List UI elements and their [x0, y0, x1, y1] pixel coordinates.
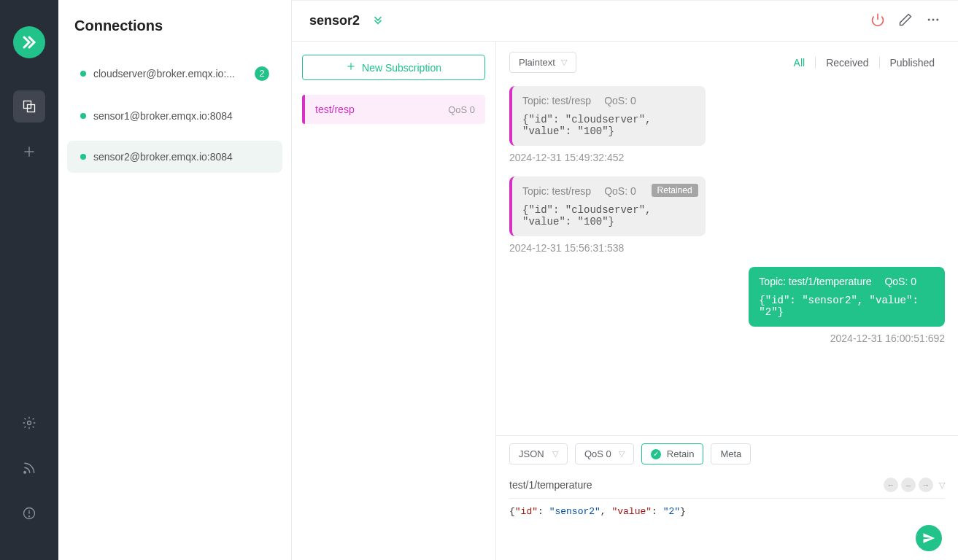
- filter-tab-published[interactable]: Published: [879, 57, 946, 69]
- connection-name: sensor2@broker.emqx.io:8084: [93, 151, 233, 163]
- messages-area: Plaintext ▽ All Received Published Topic…: [496, 42, 958, 560]
- connection-item[interactable]: sensor2@broker.emqx.io:8084: [67, 141, 282, 173]
- connection-item[interactable]: sensor1@broker.emqx.io:8084: [67, 100, 282, 132]
- chevron-down-icon[interactable]: ▽: [939, 481, 945, 490]
- subscription-item[interactable]: test/resp QoS 0: [302, 95, 485, 124]
- message-payload: {"id": "cloudserver", "value": "100"}: [522, 114, 695, 137]
- subscription-qos: QoS 0: [448, 104, 475, 115]
- message-timestamp: 2024-12-31 15:49:32:452: [509, 152, 706, 163]
- send-button[interactable]: [916, 525, 942, 551]
- retain-toggle[interactable]: ✓ Retain: [641, 443, 704, 464]
- publish-qos-select[interactable]: QoS 0 ▽: [575, 443, 634, 464]
- nav-connections-icon[interactable]: [13, 90, 45, 122]
- retained-badge: Retained: [652, 184, 698, 197]
- payload-format-label: Plaintext: [519, 57, 555, 68]
- app-logo: [13, 26, 45, 58]
- connections-title: Connections: [58, 18, 291, 52]
- history-next-icon[interactable]: →: [919, 478, 933, 492]
- status-dot-icon: [80, 71, 86, 77]
- publish-topic-input[interactable]: [509, 476, 884, 494]
- message-payload: {"id": "sensor2", "value": "2"}: [759, 295, 935, 318]
- message-payload: {"id": "cloudserver", "value": "100"}: [522, 204, 695, 228]
- nav-settings-icon[interactable]: [13, 407, 45, 439]
- publish-format-label: JSON: [519, 448, 544, 459]
- svg-point-4: [28, 421, 31, 425]
- disconnect-icon[interactable]: [870, 12, 885, 29]
- main-panel: sensor2: [292, 0, 958, 560]
- publish-panel: JSON ▽ QoS 0 ▽ ✓ Retain Meta: [496, 435, 958, 560]
- publish-payload-editor[interactable]: {"id": "sensor2", "value": "2"}: [509, 503, 945, 547]
- message-topic: Topic: test/1/temperature: [759, 276, 871, 287]
- connection-item[interactable]: cloudserver@broker.emqx.io:... 2: [67, 56, 282, 91]
- publish-qos-label: QoS 0: [584, 448, 611, 459]
- message-timestamp: 2024-12-31 16:00:51:692: [749, 332, 945, 344]
- edit-icon[interactable]: [898, 12, 913, 29]
- history-stop-icon[interactable]: –: [901, 478, 916, 492]
- expand-down-icon[interactable]: [371, 13, 385, 28]
- message-bubble: Topic: test/respQoS: 0Retained{"id": "cl…: [509, 176, 706, 236]
- nav-feed-icon[interactable]: [13, 452, 45, 484]
- subscription-topic: test/resp: [315, 104, 355, 115]
- message-item[interactable]: Topic: test/respQoS: 0{"id": "cloudserve…: [509, 86, 706, 163]
- subscriptions-panel: New Subscription test/resp QoS 0: [292, 42, 496, 560]
- chevron-down-icon: ▽: [561, 58, 567, 67]
- new-subscription-label: New Subscription: [362, 62, 441, 74]
- status-dot-icon: [80, 113, 86, 119]
- connection-title: sensor2: [309, 13, 360, 28]
- nav-info-icon[interactable]: [13, 497, 45, 529]
- history-prev-icon[interactable]: ←: [884, 478, 898, 492]
- more-icon[interactable]: [926, 12, 940, 29]
- message-bubble: Topic: test/1/temperatureQoS: 0{"id": "s…: [749, 267, 945, 327]
- message-topic: Topic: test/resp: [522, 95, 591, 106]
- status-dot-icon: [80, 154, 86, 160]
- svg-point-5: [24, 472, 26, 474]
- retain-label: Retain: [667, 448, 695, 459]
- message-list[interactable]: Topic: test/respQoS: 0{"id": "cloudserve…: [496, 83, 958, 435]
- message-item[interactable]: Topic: test/respQoS: 0Retained{"id": "cl…: [509, 176, 706, 254]
- svg-point-11: [932, 19, 935, 21]
- filter-tab-all[interactable]: All: [784, 57, 816, 69]
- message-filter-tabs: All Received Published: [784, 57, 945, 69]
- message-qos: QoS: 0: [604, 95, 636, 106]
- plus-icon: [346, 61, 356, 74]
- chevron-down-icon: ▽: [619, 449, 625, 459]
- meta-button[interactable]: Meta: [711, 443, 751, 464]
- filter-tab-received[interactable]: Received: [815, 57, 878, 69]
- message-qos: QoS: 0: [604, 185, 636, 197]
- svg-point-10: [928, 19, 930, 21]
- message-qos: QoS: 0: [884, 276, 916, 287]
- check-icon: ✓: [651, 449, 661, 459]
- nav-rail: [0, 0, 58, 560]
- new-subscription-button[interactable]: New Subscription: [302, 55, 485, 80]
- message-topic: Topic: test/resp: [522, 185, 591, 197]
- svg-point-8: [29, 516, 30, 517]
- connection-name: sensor1@broker.emqx.io:8084: [93, 110, 233, 122]
- connections-sidebar: Connections cloudserver@broker.emqx.io:.…: [58, 0, 292, 560]
- svg-point-12: [936, 19, 938, 21]
- connection-name: cloudserver@broker.emqx.io:...: [93, 68, 235, 79]
- chevron-down-icon: ▽: [552, 449, 558, 459]
- unread-badge: 2: [255, 66, 269, 81]
- message-bubble: Topic: test/respQoS: 0{"id": "cloudserve…: [509, 86, 706, 146]
- nav-add-icon[interactable]: [13, 136, 45, 168]
- message-timestamp: 2024-12-31 15:56:31:538: [509, 242, 706, 254]
- title-bar: sensor2: [292, 1, 958, 42]
- publish-format-select[interactable]: JSON ▽: [509, 443, 568, 464]
- payload-format-select[interactable]: Plaintext ▽: [509, 52, 576, 73]
- message-item[interactable]: Topic: test/1/temperatureQoS: 0{"id": "s…: [749, 267, 945, 344]
